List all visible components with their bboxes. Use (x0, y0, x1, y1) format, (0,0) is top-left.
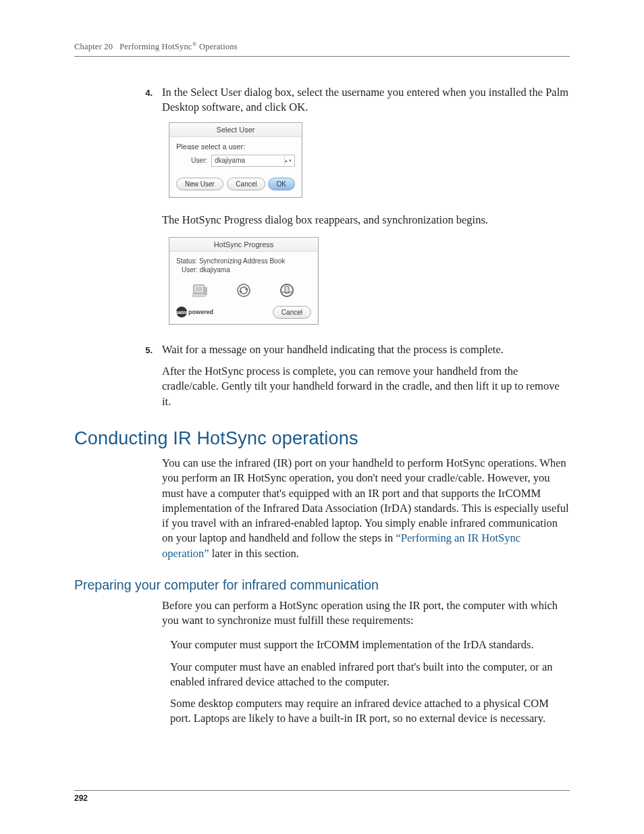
handheld-icon (279, 283, 295, 298)
select-user-prompt: Please select a user: (176, 142, 295, 151)
select-user-dialog: Select User Please select a user: User: … (169, 122, 302, 198)
chapter-label: Chapter 20 (74, 42, 113, 51)
cancel-button[interactable]: Cancel (273, 306, 311, 319)
powered-text: powered (188, 309, 213, 315)
user-label: User: (182, 266, 198, 273)
user-label: User: (176, 157, 207, 164)
svg-rect-1 (195, 286, 203, 292)
user-select-input[interactable]: dkajiyama ▲▼ (211, 155, 295, 167)
user-select-value: dkajiyama (215, 157, 245, 164)
dialog-title: HotSync Progress (169, 238, 318, 252)
svg-rect-3 (192, 294, 205, 296)
step-number: 5. (74, 342, 162, 357)
step-4: 4. In the Select User dialog box, select… (74, 85, 570, 115)
stepper-icon[interactable]: ▲▼ (284, 156, 292, 165)
requirement-item: Some desktop computers may require an in… (170, 696, 570, 727)
status-label: Status: (176, 257, 197, 265)
step-5-followup: After the HotSync process is complete, y… (162, 364, 570, 409)
step-text: In the Select User dialog box, select th… (162, 85, 570, 115)
section-heading: Conducting IR HotSync operations (74, 428, 570, 449)
cancel-button[interactable]: Cancel (227, 178, 265, 190)
subsection-intro: Before you can perform a HotSync operati… (162, 598, 570, 629)
status-line: Status: Synchronizing Address Book (176, 257, 311, 265)
section-paragraph: You can use the infrared (IR) port on yo… (162, 456, 570, 561)
step-5: 5. Wait for a message on your handheld i… (74, 342, 570, 357)
section-para-after-link: later in this section. (209, 547, 299, 560)
status-value: Synchronizing Address Book (199, 257, 285, 265)
ok-button[interactable]: OK (268, 178, 295, 190)
registered-mark: ® (192, 41, 197, 47)
computer-icon (192, 283, 209, 298)
palm-powered-logo: palm powered (176, 307, 213, 317)
sync-icon (236, 283, 252, 298)
chapter-title-suffix: Operations (197, 42, 238, 51)
step-text: Wait for a message on your handheld indi… (162, 342, 570, 357)
requirement-item: Your computer must have an enabled infra… (170, 660, 570, 690)
dialog-title: Select User (169, 123, 302, 137)
step-number: 4. (74, 85, 162, 115)
chapter-title: Performing HotSync (119, 42, 192, 51)
new-user-button[interactable]: New User (176, 178, 223, 190)
after-select-user-text: The HotSync Progress dialog box reappear… (162, 213, 570, 228)
hotsync-progress-dialog: HotSync Progress Status: Synchronizing A… (169, 237, 319, 325)
svg-rect-8 (285, 286, 289, 293)
subsection-heading: Preparing your computer for infrared com… (74, 577, 570, 593)
user-value: dkajiyama (200, 266, 230, 273)
page-number: 292 (74, 790, 570, 803)
svg-point-4 (238, 284, 250, 296)
palm-logo-circle: palm (176, 307, 187, 317)
running-header: Chapter 20 Performing HotSync® Operation… (74, 41, 570, 57)
requirement-item: Your computer must support the IrCOMM im… (170, 637, 570, 652)
user-line: User: dkajiyama (182, 266, 311, 273)
